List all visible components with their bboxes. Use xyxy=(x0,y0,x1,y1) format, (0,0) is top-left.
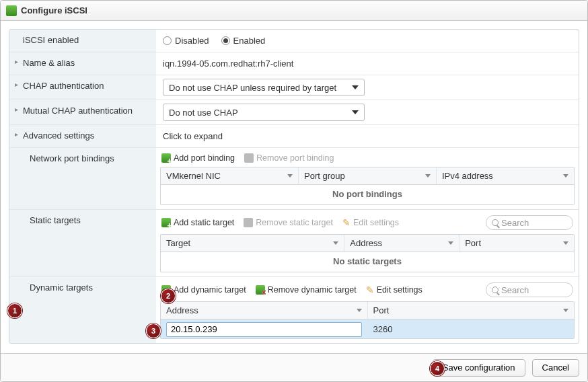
chevron-down-icon xyxy=(287,174,293,178)
dynamic-port-cell: 3260 xyxy=(368,320,575,338)
pencil-icon xyxy=(366,284,374,295)
search-icon xyxy=(492,219,499,226)
static-targets-empty: No static targets xyxy=(161,252,574,272)
chevron-down-icon xyxy=(333,241,338,245)
chevron-right-icon: ▸ xyxy=(15,81,20,88)
col-target[interactable]: Target xyxy=(161,235,344,252)
col-static-port[interactable]: Port xyxy=(460,235,574,252)
chevron-down-icon xyxy=(352,85,359,89)
value-name-alias: iqn.1994-05.com.redhat:rh7-client xyxy=(156,55,579,72)
footer: Save configuration Cancel xyxy=(1,353,587,381)
add-port-binding-button[interactable]: Add port binding xyxy=(161,153,235,163)
remove-dynamic-target-button[interactable]: Remove dynamic target xyxy=(256,285,357,295)
dynamic-address-input[interactable] xyxy=(166,322,362,337)
value-advanced-settings[interactable]: Click to expand xyxy=(156,128,579,145)
col-ipv4-address[interactable]: IPv4 address xyxy=(437,167,574,184)
label-static-targets: Static targets xyxy=(9,210,156,276)
chevron-right-icon: ▸ xyxy=(15,106,20,113)
window-title: Configure iSCSI xyxy=(21,5,87,15)
remove-icon xyxy=(244,153,254,163)
radio-disabled-indicator xyxy=(163,36,172,45)
titlebar: Configure iSCSI xyxy=(1,1,587,21)
radio-enabled[interactable]: Enabled xyxy=(221,36,266,46)
label-advanced-settings[interactable]: ▸ Advanced settings xyxy=(9,125,156,147)
label-port-bindings: Network port bindings xyxy=(9,148,156,209)
add-icon xyxy=(161,285,171,295)
chevron-down-icon xyxy=(563,174,568,178)
chevron-down-icon xyxy=(425,174,431,178)
cancel-button[interactable]: Cancel xyxy=(532,359,579,377)
remove-icon xyxy=(256,285,265,295)
add-icon xyxy=(161,153,171,163)
radio-disabled-label: Disabled xyxy=(175,36,209,46)
radio-disabled[interactable]: Disabled xyxy=(163,36,209,46)
static-targets-grid: Target Address Port xyxy=(160,234,575,272)
remove-static-target-button: Remove static target xyxy=(244,218,333,227)
chevron-right-icon: ▸ xyxy=(15,58,20,65)
remove-port-binding-button: Remove port binding xyxy=(244,153,334,163)
radio-enabled-indicator xyxy=(221,36,230,45)
pencil-icon xyxy=(342,217,351,228)
chevron-down-icon xyxy=(352,110,359,114)
radio-enabled-label: Enabled xyxy=(233,36,266,46)
dynamic-targets-search[interactable]: Search xyxy=(486,282,573,297)
col-vmkernel-nic[interactable]: VMkernel NIC xyxy=(161,167,299,184)
mutual-chap-dropdown[interactable]: Do not use CHAP xyxy=(163,104,365,121)
col-static-address[interactable]: Address xyxy=(344,235,460,252)
dynamic-targets-grid: Address Port 3260 xyxy=(160,301,575,339)
edit-static-target-button: Edit settings xyxy=(342,217,399,228)
port-bindings-empty: No port bindings xyxy=(161,185,574,204)
label-iscsi-enabled: iSCSI enabled xyxy=(9,30,156,52)
chevron-down-icon xyxy=(357,309,362,312)
add-static-target-button[interactable]: Add static target xyxy=(161,218,234,227)
chevron-down-icon xyxy=(448,241,453,245)
chevron-right-icon: ▸ xyxy=(15,130,20,138)
table-row[interactable]: 3260 xyxy=(161,319,574,338)
save-button[interactable]: Save configuration xyxy=(433,359,525,377)
config-panel: iSCSI enabled Disabled Enabled xyxy=(9,29,579,344)
label-name-alias[interactable]: ▸ Name & alias xyxy=(9,52,156,75)
col-dynamic-port[interactable]: Port xyxy=(368,302,575,319)
add-dynamic-target-button[interactable]: Add dynamic target xyxy=(161,285,246,295)
chevron-down-icon xyxy=(563,309,568,312)
col-dynamic-address[interactable]: Address xyxy=(161,302,368,319)
col-port-group[interactable]: Port group xyxy=(299,167,437,184)
port-bindings-grid: VMkernel NIC Port group IPv4 address xyxy=(160,167,575,205)
label-chap[interactable]: ▸ CHAP authentication xyxy=(9,75,156,100)
label-mutual-chap[interactable]: ▸ Mutual CHAP authentication xyxy=(9,100,156,124)
label-dynamic-targets: Dynamic targets xyxy=(9,277,156,343)
chap-dropdown[interactable]: Do not use CHAP unless required by targe… xyxy=(163,79,365,96)
chevron-down-icon xyxy=(563,241,568,245)
static-targets-search[interactable]: Search xyxy=(486,215,573,230)
add-icon xyxy=(161,218,171,227)
remove-icon xyxy=(244,218,253,227)
edit-dynamic-target-button[interactable]: Edit settings xyxy=(366,284,422,295)
iscsi-icon xyxy=(6,5,17,16)
search-icon xyxy=(492,286,499,293)
